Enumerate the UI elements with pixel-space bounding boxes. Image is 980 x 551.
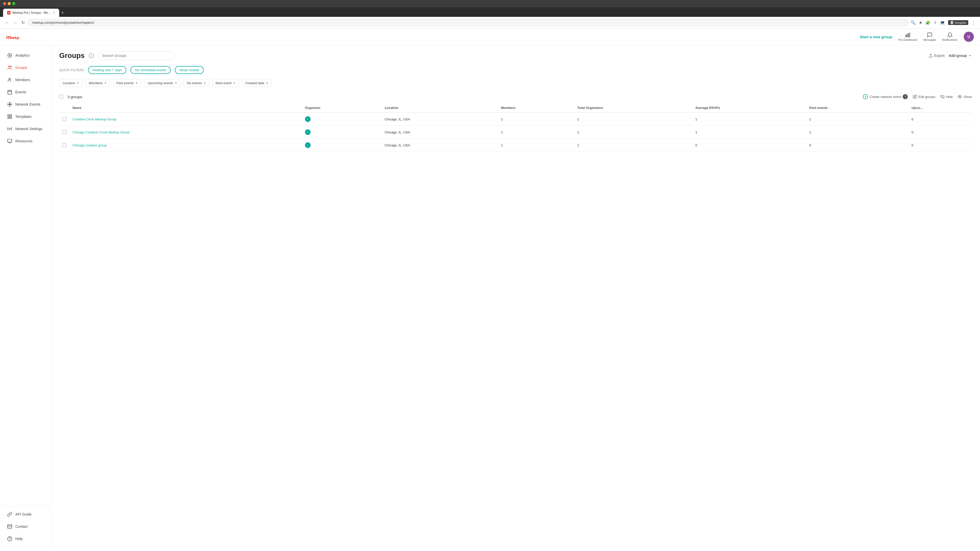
row-3-checkbox[interactable] [62, 143, 66, 147]
help-icon[interactable]: ? [903, 94, 908, 99]
tab-close-button[interactable]: × [53, 11, 55, 15]
sidebar-item-groups[interactable]: Groups [2, 62, 49, 73]
main-layout: Analytics Groups Members Events [0, 45, 980, 549]
bookmark-icon[interactable]: ★ [919, 20, 922, 25]
show-button[interactable]: Show [958, 95, 972, 99]
sidebar-item-help[interactable]: Help [2, 533, 49, 545]
sidebar-item-resources[interactable]: Resources [2, 135, 49, 147]
search-input[interactable] [98, 51, 175, 60]
chevron-down-icon: ▼ [175, 82, 177, 84]
row-checkbox-cell [59, 139, 69, 152]
table-action-buttons: + Create network event ? Edit groups [863, 94, 972, 99]
minimize-window-button[interactable] [8, 2, 11, 5]
tab-bar: M Meetup Pro | Groups - Meetup × + [0, 7, 980, 17]
row-1-average-rsvps-cell: 1 [692, 113, 806, 126]
sidebar-item-events-label: Events [15, 90, 26, 94]
table-row: Chicago creative group ✓ Chicago, IL, US… [59, 139, 972, 152]
user-avatar[interactable]: U [964, 32, 974, 42]
filter-no-events[interactable]: No events ▼ [183, 79, 209, 87]
notifications-button[interactable]: Notifications [942, 32, 958, 41]
chevron-down-icon: ▼ [204, 82, 206, 84]
create-network-event-button[interactable]: + Create network event ? [863, 94, 908, 99]
group-3-link[interactable]: Chicago creative group [73, 143, 107, 147]
messages-button[interactable]: Messages [923, 32, 936, 41]
filter-next-event[interactable]: Next event ▼ [212, 79, 239, 87]
svg-rect-19 [8, 139, 12, 142]
refresh-button[interactable]: ↻ [21, 19, 26, 26]
group-2-link[interactable]: Chicago Creative Circle Meetup Group [73, 130, 129, 134]
sidebar-item-network-events-label: Network Events [15, 102, 40, 106]
help-icon [7, 536, 12, 541]
new-tab-button[interactable]: + [59, 10, 66, 16]
filter-members[interactable]: Members ▼ [86, 79, 110, 87]
sidebar-item-network-settings[interactable]: Network Settings [2, 123, 49, 135]
pro-dashboard-button[interactable]: Pro Dashboard [898, 32, 917, 41]
th-past-events[interactable]: Past events ↓ [806, 103, 908, 113]
analytics-icon [7, 53, 12, 58]
sidebar-divider [0, 506, 51, 506]
filter-location[interactable]: Location ▼ [59, 79, 83, 87]
extensions-icon[interactable]: 🧩 [925, 20, 931, 25]
svg-rect-14 [8, 115, 10, 116]
filter-upcoming-events[interactable]: Upcoming events ▼ [144, 79, 180, 87]
filter-chip-never-hosted[interactable]: Never hosted [175, 66, 204, 74]
start-new-group-button[interactable]: Start a new group [860, 35, 892, 39]
filter-chip-no-scheduled-events[interactable]: No scheduled events [130, 66, 170, 74]
maximize-window-button[interactable] [12, 2, 15, 5]
row-2-checkbox[interactable] [62, 130, 66, 134]
export-button[interactable]: Export [929, 54, 945, 58]
forward-button[interactable]: → [12, 19, 18, 26]
row-checkbox-cell [59, 113, 69, 126]
hide-button[interactable]: Hide [940, 95, 953, 99]
filter-chip-hosting-next-7-days[interactable]: Hosting next 7 days [88, 66, 126, 74]
sidebar-item-api-guide[interactable]: API Guide [2, 509, 49, 520]
row-2-total-organizers-cell: 1 [574, 126, 692, 139]
sidebar-item-analytics[interactable]: Analytics [2, 50, 49, 61]
th-name: Name [69, 103, 302, 113]
row-3-past-events-cell: 0 [806, 139, 908, 152]
sidebar-item-events[interactable]: Events [2, 86, 49, 98]
svg-point-4 [8, 66, 10, 67]
row-1-total-organizers-cell: 1 [574, 113, 692, 126]
plus-circle-icon: + [863, 94, 868, 99]
row-3-total-organizers-cell: 1 [574, 139, 692, 152]
back-button[interactable]: ← [4, 19, 10, 26]
templates-icon [7, 114, 12, 119]
sort-icon: ↓ [830, 106, 831, 110]
members-icon [7, 77, 12, 83]
sidebar-item-members-label: Members [15, 78, 30, 82]
events-icon [7, 89, 12, 95]
row-3-members-cell: 1 [498, 139, 574, 152]
menu-icon[interactable]: ⋮ [971, 20, 976, 25]
add-group-button[interactable]: Add group [948, 54, 972, 58]
select-all-checkbox[interactable] [59, 95, 63, 99]
url-bar[interactable]: meetup.com/pro/moodjoy/admin/chapters/ [28, 19, 908, 26]
search-icon[interactable]: 🔍 [911, 20, 916, 25]
th-members: Members [498, 103, 574, 113]
close-window-button[interactable] [3, 2, 6, 5]
download-icon[interactable]: ⇩ [934, 20, 937, 25]
active-tab[interactable]: M Meetup Pro | Groups - Meetup × [3, 9, 59, 17]
row-2-organizer-cell: ✓ [302, 126, 382, 139]
filter-created-date[interactable]: Created date ▼ [242, 79, 272, 87]
th-average-rsvps: Average RSVPs [692, 103, 806, 113]
sidebar-item-resources-label: Resources [15, 139, 32, 143]
svg-point-6 [9, 78, 11, 80]
sidebar-item-templates[interactable]: Templates [2, 111, 49, 122]
meetup-logo[interactable]: meetup [6, 33, 19, 41]
device-icon[interactable]: 💻 [940, 20, 945, 25]
quick-filters-label: QUICK FILTERS [59, 68, 84, 72]
edit-groups-button[interactable]: Edit groups [913, 95, 935, 99]
page-info-icon[interactable]: i [89, 53, 94, 58]
window-controls[interactable] [3, 2, 15, 5]
page-header-right-actions: Export Add group [929, 54, 972, 58]
sidebar-item-members[interactable]: Members [2, 74, 49, 86]
groups-icon [7, 65, 12, 70]
filter-past-events[interactable]: Past events ▼ [113, 79, 141, 87]
svg-rect-16 [8, 117, 10, 119]
row-1-checkbox[interactable] [62, 117, 66, 121]
group-1-link[interactable]: Creative Circle Meetup Group [73, 118, 116, 121]
table-row: Chicago Creative Circle Meetup Group ✓ C… [59, 126, 972, 139]
sidebar-item-network-events[interactable]: Network Events [2, 99, 49, 110]
sidebar-item-contact[interactable]: Contact [2, 521, 49, 532]
